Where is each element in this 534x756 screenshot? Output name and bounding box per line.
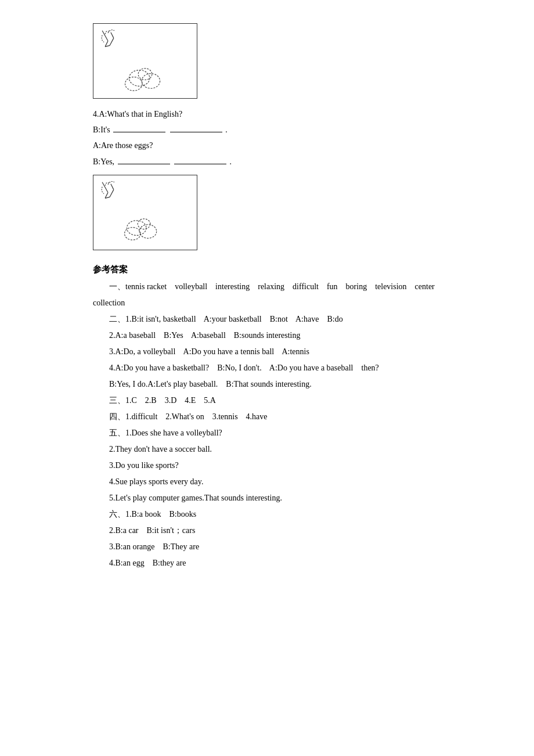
section-liu-line4: 4.B:an egg B:they are [93,555,488,571]
svg-point-7 [125,77,143,91]
svg-line-9 [102,182,108,193]
section-wu-line5: 5.Let's play computer games.That sounds … [93,490,488,506]
section-liu-line2: 2.B:a car B:it isn't；cars [93,523,488,539]
section-er-line3: 3.A:Do, a volleyball A:Do you have a ten… [93,344,488,360]
section-liu-header: 六、1.B:a book B:books [93,506,488,523]
answer-section-title: 参考答案 [93,264,488,275]
blank-4 [174,164,226,164]
section-er-line2: 2.A:a baseball B:Yes A:baseball B:sounds… [93,327,488,344]
section-er-line4: 4.A:Do you have a basketball? B:No, I do… [93,360,488,376]
section-wu-header: 五、1.Does she have a volleyball? [93,425,488,441]
answer-section: 参考答案 一、tennis racket volleyball interest… [93,264,488,571]
section-wu-line2: 2.They don't have a soccer ball. [93,441,488,458]
dialog-line-4: B:Yes, . [93,154,488,169]
svg-point-15 [139,224,157,238]
image-box-2 [93,175,197,250]
blank-1 [113,132,165,132]
svg-line-4 [111,33,114,38]
svg-point-6 [142,74,160,89]
page-container: 4.A:What's that in English? B:It's . A:A… [0,12,534,583]
section-yi: 一、tennis racket volleyball interesting r… [93,279,488,295]
dialog-line-2: B:It's . [93,123,488,137]
section-wu-line3: 3.Do you like sports? [93,458,488,474]
dialog-section-4: 4.A:What's that in English? B:It's . A:A… [93,107,488,169]
svg-line-0 [102,31,108,41]
dialog-line-1: 4.A:What's that in English? [93,107,488,121]
section-yi-cont: collection [93,295,488,311]
section-san: 三、1.C 2.B 3.D 4.E 5.A [93,393,488,409]
svg-point-5 [129,70,149,87]
svg-point-17 [138,219,150,229]
svg-line-3 [110,38,114,46]
svg-point-16 [125,227,141,240]
section-er-header: 二、1.B:it isn't, basketball A:your basket… [93,311,488,327]
section-er-line5: B:Yes, I do.A:Let's play baseball. B:Tha… [93,376,488,393]
svg-line-12 [110,189,114,197]
blank-3 [118,164,170,164]
section-si: 四、1.difficult 2.What's on 3.tennis 4.hav… [93,409,488,425]
blank-2 [170,132,222,132]
dialog-line-3: A:Are those eggs? [93,138,488,153]
image-box-1 [93,23,197,99]
section-liu-line3: 3.B:an orange B:They are [93,539,488,555]
section-wu-line4: 4.Sue plays sports every day. [93,474,488,490]
svg-line-13 [111,184,114,190]
